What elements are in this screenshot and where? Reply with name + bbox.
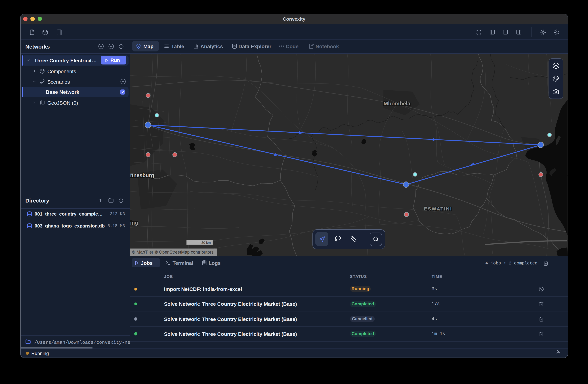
svg-text:Mbombela: Mbombela [384,100,411,106]
svg-text:nnesburg: nnesburg [130,172,154,178]
svg-text:ing: ing [130,220,138,226]
svg-text:ESWATINI: ESWATINI [424,206,452,211]
